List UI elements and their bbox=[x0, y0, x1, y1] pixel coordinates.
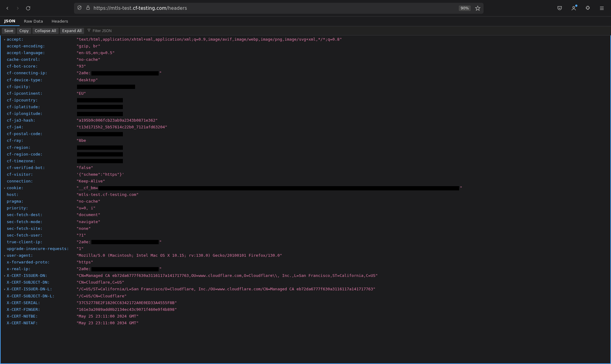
json-key: X-CERT-SUBJECT-DN: bbox=[7, 279, 76, 286]
notification-dot bbox=[575, 5, 577, 7]
reload-button[interactable] bbox=[24, 4, 32, 13]
json-value: "mtls-test.cf-testing.com" bbox=[76, 191, 139, 198]
json-value: "?1" bbox=[76, 232, 86, 239]
svg-marker-7 bbox=[88, 29, 90, 31]
json-key: cf-ray: bbox=[7, 137, 76, 144]
url-bar[interactable]: https://mtls-test.cf-testing.com/headers… bbox=[74, 3, 484, 14]
json-key: cf-timezone: bbox=[7, 158, 76, 164]
json-value bbox=[76, 97, 123, 104]
json-value: "desktop" bbox=[76, 77, 98, 83]
json-value: "May 25 23:11:00 2024 GMT" bbox=[76, 313, 139, 320]
json-key: priority: bbox=[7, 205, 76, 211]
json-value bbox=[76, 83, 136, 90]
redacted bbox=[77, 98, 123, 102]
json-key: pragma: bbox=[7, 198, 76, 205]
save-to-pocket-icon[interactable] bbox=[555, 4, 564, 13]
bookmark-star-icon[interactable] bbox=[475, 6, 480, 11]
save-button[interactable]: Save bbox=[2, 28, 16, 34]
json-value: '{"scheme":"https"}' bbox=[76, 171, 124, 178]
redacted bbox=[77, 105, 123, 109]
json-value: "Keep-Alive" bbox=[76, 178, 105, 185]
json-value: "/C=US/CN=Cloudflare" bbox=[76, 293, 127, 300]
toggle-icon[interactable] bbox=[4, 185, 7, 191]
redacted bbox=[91, 267, 159, 271]
json-key: X-CERT-SERIAL: bbox=[7, 300, 76, 306]
viewer-tabs: JSON Raw Data Headers bbox=[0, 17, 611, 26]
json-value: "2a0e:" bbox=[76, 266, 162, 272]
json-value bbox=[76, 110, 123, 117]
menu-icon[interactable] bbox=[598, 4, 606, 13]
json-value: "2a0e:" bbox=[76, 239, 162, 245]
expand-all-button[interactable]: Expand All bbox=[60, 28, 84, 34]
json-key: cf-ipcountry: bbox=[7, 97, 76, 104]
extensions-icon[interactable] bbox=[583, 4, 592, 13]
json-key: cf-ja3-hash: bbox=[7, 117, 76, 124]
zoom-badge[interactable]: 90% bbox=[459, 6, 471, 11]
json-value: "false" bbox=[76, 164, 93, 171]
json-key: X-CERT-FINGER: bbox=[7, 306, 76, 313]
lock-icon[interactable] bbox=[86, 5, 90, 11]
json-value: "none" bbox=[76, 225, 91, 232]
json-value: "navigate" bbox=[76, 219, 100, 225]
json-value: "Mozilla/5.0 (Macintosh; Intel Mac OS X … bbox=[76, 252, 282, 259]
json-value: "gzip, br" bbox=[76, 43, 100, 50]
forward-button[interactable] bbox=[13, 4, 22, 13]
redacted bbox=[77, 145, 123, 150]
json-key: X-CERT-NOTBE: bbox=[7, 313, 76, 320]
json-key: cookie: bbox=[7, 185, 76, 191]
json-key: X-CERT-ISSUER-DN: bbox=[7, 272, 76, 279]
json-key: host: bbox=[7, 191, 76, 198]
json-value bbox=[76, 131, 123, 137]
toggle-icon[interactable] bbox=[4, 252, 7, 259]
json-value: "__cf_bm=" bbox=[76, 185, 462, 191]
tab-json[interactable]: JSON bbox=[0, 17, 20, 26]
json-key: cf-ipcontinent: bbox=[7, 90, 76, 97]
json-key: sec-fetch-site: bbox=[7, 225, 76, 232]
json-value: "CN=Managed CA eb72da6777f630a3116117a14… bbox=[76, 272, 378, 279]
redacted bbox=[77, 152, 123, 156]
json-controls: Save Copy Collapse All Expand All bbox=[0, 26, 611, 35]
json-key: sec-fetch-user: bbox=[7, 232, 76, 239]
tracking-protection-icon[interactable] bbox=[77, 5, 82, 11]
json-value: "161e3a2089add0b2134ec43c9071f460e9f4b89… bbox=[76, 306, 177, 313]
json-value: "a195b9c006fcb23ab9a2343b0871e362" bbox=[76, 117, 158, 124]
redacted bbox=[77, 112, 123, 116]
tab-headers[interactable]: Headers bbox=[47, 17, 72, 26]
json-value: "text/html,application/xhtml+xml,applica… bbox=[76, 36, 342, 43]
account-icon[interactable] bbox=[569, 4, 578, 13]
json-key: cf-ja4: bbox=[7, 124, 76, 131]
json-key: cf-region-code: bbox=[7, 151, 76, 158]
toggle-icon[interactable] bbox=[4, 36, 7, 43]
redacted bbox=[91, 240, 159, 244]
redacted bbox=[91, 71, 159, 75]
json-key: cf-postal-code: bbox=[7, 131, 76, 137]
json-key: true-client-ip: bbox=[7, 239, 76, 245]
redacted bbox=[98, 186, 459, 190]
toggle-icon[interactable] bbox=[4, 272, 7, 279]
json-value: "en-US,en;q=0.5" bbox=[76, 50, 115, 56]
json-value: "CN=Cloudflare,C=US" bbox=[76, 279, 124, 286]
tab-raw-data[interactable]: Raw Data bbox=[20, 17, 47, 26]
json-value: "t13d1715h2_5b57614c22b0_7121afd63204" bbox=[76, 124, 167, 131]
json-value bbox=[76, 144, 123, 151]
url-text[interactable]: https://mtls-test.cf-testing.com/headers bbox=[94, 6, 456, 11]
browser-toolbar: https://mtls-test.cf-testing.com/headers… bbox=[0, 0, 611, 17]
json-key: cf-device-type: bbox=[7, 77, 76, 83]
json-key: x-real-ip: bbox=[7, 266, 76, 272]
back-button[interactable] bbox=[3, 4, 12, 13]
toggle-icon[interactable] bbox=[4, 286, 7, 292]
json-key: cf-region: bbox=[7, 144, 76, 151]
json-value: "no-cache" bbox=[76, 198, 100, 205]
json-key: cache-control: bbox=[7, 56, 76, 63]
json-value: "93" bbox=[76, 63, 86, 70]
svg-marker-2 bbox=[476, 6, 480, 10]
json-key: accept: bbox=[7, 36, 76, 43]
json-value: "/C=US/ST=California/L=San Francisco/O=C… bbox=[76, 286, 375, 292]
redacted bbox=[77, 85, 135, 89]
collapse-all-button[interactable]: Collapse All bbox=[32, 28, 59, 34]
json-value bbox=[76, 151, 123, 158]
filter-json-input[interactable] bbox=[93, 29, 138, 33]
json-value: "2a0e:" bbox=[76, 70, 162, 76]
copy-button[interactable]: Copy bbox=[17, 28, 31, 34]
json-key: sec-fetch-mode: bbox=[7, 219, 76, 225]
